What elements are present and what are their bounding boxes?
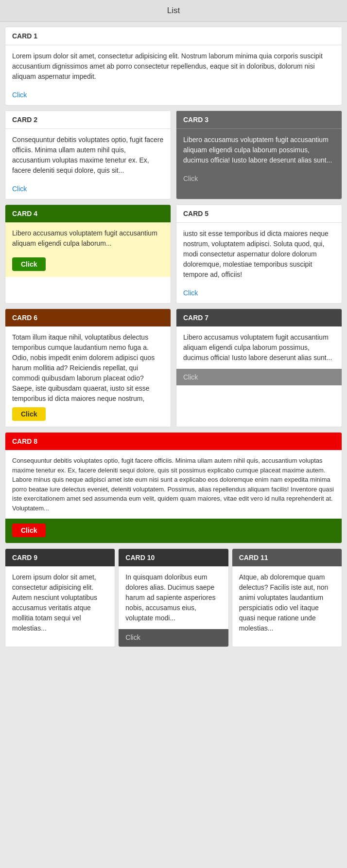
- card-6-body: Totam illum itaque nihil, voluptatibus d…: [5, 326, 171, 404]
- card-2-click-button[interactable]: Click: [12, 185, 27, 193]
- row-cards-2-3: CARD 2 Consequuntur debitis voluptates o…: [5, 110, 342, 199]
- card-8-body: Consequuntur debitis voluptates optio, f…: [5, 450, 342, 519]
- card-9-header: CARD 9: [5, 549, 115, 566]
- card-4-header: CARD 4: [5, 205, 171, 222]
- card-4-body: Libero accusamus voluptatem fugit accusa…: [5, 222, 171, 254]
- card-11: CARD 11 Atque, ab doloremque quam delect…: [232, 548, 342, 647]
- card-3-click-button[interactable]: Click: [183, 175, 198, 182]
- card-9-body: Lorem ipsum dolor sit amet, consectetur …: [5, 566, 115, 639]
- card-3-footer: Click: [176, 171, 342, 189]
- card-8-header: CARD 8: [5, 433, 342, 450]
- card-10-footer: Click: [119, 629, 228, 647]
- card-7-footer: Click: [176, 369, 342, 385]
- row-cards-9-10-11: CARD 9 Lorem ipsum dolor sit amet, conse…: [5, 548, 342, 647]
- card-2: CARD 2 Consequuntur debitis voluptates o…: [5, 110, 171, 199]
- card-7-body: Libero accusamus voluptatem fugit accusa…: [176, 326, 342, 369]
- card-3-header: CARD 3: [176, 111, 342, 129]
- card-5-body: iusto sit esse temporibus id dicta maior…: [176, 223, 342, 286]
- card-6-header: CARD 6: [5, 309, 171, 326]
- card-1-body: Lorem ipsum dolor sit amet, consectetur …: [5, 45, 342, 88]
- card-10-click-button[interactable]: Click: [125, 633, 140, 641]
- card-8: CARD 8 Consequuntur debitis voluptates o…: [5, 432, 342, 543]
- card-3-body: Libero accusamus voluptatem fugit accusa…: [176, 129, 342, 171]
- card-6: CARD 6 Totam illum itaque nihil, volupta…: [5, 308, 171, 427]
- card-8-click-button[interactable]: Click: [12, 524, 46, 537]
- card-1-footer: Click: [5, 88, 342, 105]
- card-7: CARD 7 Libero accusamus voluptatem fugit…: [176, 308, 342, 427]
- card-5-click-button[interactable]: Click: [183, 289, 198, 297]
- card-11-body: Atque, ab doloremque quam delectus? Faci…: [232, 566, 342, 639]
- card-5-footer: Click: [176, 286, 342, 303]
- card-1: CARD 1 Lorem ipsum dolor sit amet, conse…: [5, 27, 342, 106]
- card-10: CARD 10 In quisquam doloribus eum dolore…: [118, 548, 228, 647]
- card-4-click-button[interactable]: Click: [12, 257, 46, 271]
- card-6-footer: Click: [5, 404, 171, 427]
- card-6-click-button[interactable]: Click: [12, 407, 46, 421]
- card-11-header: CARD 11: [232, 549, 342, 566]
- card-2-header: CARD 2: [5, 111, 171, 129]
- card-10-body: In quisquam doloribus eum dolores alias.…: [119, 566, 228, 629]
- card-10-header: CARD 10: [119, 549, 228, 566]
- row-cards-4-5: CARD 4 Libero accusamus voluptatem fugit…: [5, 204, 342, 304]
- page-title: List: [167, 6, 180, 15]
- top-bar: List: [0, 0, 347, 22]
- card-4: CARD 4 Libero accusamus voluptatem fugit…: [5, 204, 171, 304]
- card-5-header: CARD 5: [176, 205, 342, 223]
- card-7-header: CARD 7: [176, 309, 342, 326]
- card-3: CARD 3 Libero accusamus voluptatem fugit…: [176, 110, 342, 199]
- row-cards-6-7: CARD 6 Totam illum itaque nihil, volupta…: [5, 308, 342, 427]
- card-2-body: Consequuntur debitis voluptates optio, f…: [5, 129, 171, 181]
- card-7-click-button[interactable]: Click: [183, 373, 198, 381]
- card-8-footer: Click: [5, 519, 342, 543]
- card-5: CARD 5 iusto sit esse temporibus id dict…: [176, 204, 342, 304]
- card-2-footer: Click: [5, 181, 171, 199]
- card-1-click-button[interactable]: Click: [12, 91, 27, 99]
- card-4-footer: Click: [5, 254, 171, 277]
- card-1-header: CARD 1: [5, 27, 342, 45]
- card-9: CARD 9 Lorem ipsum dolor sit amet, conse…: [5, 548, 115, 647]
